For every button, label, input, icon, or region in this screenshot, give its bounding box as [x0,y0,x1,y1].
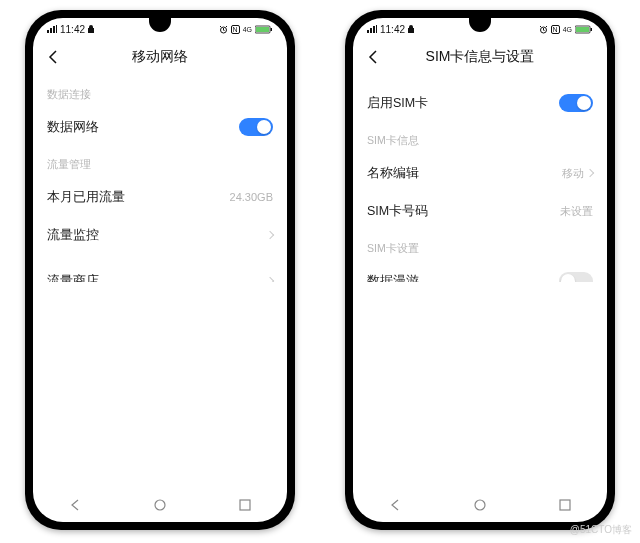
battery-icon [575,25,593,34]
svg-rect-3 [256,27,269,32]
watermark: @51CTO博客 [570,523,632,537]
label: 启用SIM卡 [367,95,428,112]
label: 流量商店 [47,273,99,283]
nav-home[interactable] [460,498,500,512]
label: 本月已用流量 [47,189,125,206]
section-sim-info: SIM卡信息 [353,122,607,154]
phone-right: 11:42 N 4G SIM卡信息与设置 启用SIM卡 SIM卡信息 [345,10,615,530]
nav-recent[interactable] [545,499,585,511]
svg-rect-2 [271,28,273,31]
phone-left: 11:42 N 4G 移动网络 数据连接 数据网络 流量管理 [25,10,295,530]
signal-icon [367,25,377,33]
nav-back[interactable] [375,499,415,511]
label: SIM卡号码 [367,203,428,220]
content: 数据连接 数据网络 流量管理 本月已用流量 24.30GB 流量监控 流量商店 … [33,76,287,282]
row-traffic-store[interactable]: 流量商店 [33,262,287,282]
chevron-icon [266,231,274,239]
nfc-icon: N [231,25,240,34]
row-name-edit[interactable]: 名称编辑 移动 [353,154,607,192]
lock-icon [408,24,415,35]
net-icon: 4G [563,26,572,33]
row-traffic-monitor[interactable]: 流量监控 [33,216,287,254]
svg-point-4 [155,500,165,510]
nav-bar [353,488,607,522]
chevron-icon [266,277,274,282]
header: 移动网络 [33,38,287,76]
net-icon: 4G [243,26,252,33]
alarm-icon [219,25,228,34]
row-data-roaming[interactable]: 数据漫游 [353,262,607,282]
status-time: 11:42 [60,24,85,35]
label: 数据网络 [47,119,99,136]
section-traffic: 流量管理 [33,146,287,178]
alarm-icon [539,25,548,34]
content: 启用SIM卡 SIM卡信息 名称编辑 移动 SIM卡号码 未设置 SIM卡设置 … [353,76,607,282]
row-month-usage[interactable]: 本月已用流量 24.30GB [33,178,287,216]
svg-point-10 [475,500,485,510]
page-title: 移动网络 [132,48,188,66]
toggle-enable-sim[interactable] [559,94,593,112]
toggle-data-network[interactable] [239,118,273,136]
page-title: SIM卡信息与设置 [426,48,535,66]
nav-back[interactable] [55,499,95,511]
row-enable-sim[interactable]: 启用SIM卡 [353,84,607,122]
header: SIM卡信息与设置 [353,38,607,76]
nav-recent[interactable] [225,499,265,511]
toggle-data-roaming[interactable] [559,272,593,282]
screen-right: 11:42 N 4G SIM卡信息与设置 启用SIM卡 SIM卡信息 [353,18,607,522]
row-data-network[interactable]: 数据网络 [33,108,287,146]
value-text: 未设置 [560,204,593,219]
label: 流量监控 [47,227,99,244]
chevron-icon [586,169,594,177]
row-sim-number[interactable]: SIM卡号码 未设置 [353,192,607,230]
nav-home[interactable] [140,498,180,512]
nfc-icon: N [551,25,560,34]
back-button[interactable] [363,47,383,67]
label: 名称编辑 [367,165,419,182]
label: 数据漫游 [367,273,419,283]
svg-rect-8 [591,28,593,31]
signal-icon [47,25,57,33]
back-button[interactable] [43,47,63,67]
svg-rect-11 [560,500,570,510]
screen-left: 11:42 N 4G 移动网络 数据连接 数据网络 流量管理 [33,18,287,522]
battery-icon [255,25,273,34]
value: 24.30GB [230,191,273,203]
lock-icon [88,24,95,35]
section-data-conn: 数据连接 [33,76,287,108]
svg-rect-9 [576,27,589,32]
section-sim-settings: SIM卡设置 [353,230,607,262]
svg-rect-5 [240,500,250,510]
status-time: 11:42 [380,24,405,35]
nav-bar [33,488,287,522]
value-text: 移动 [562,166,584,181]
